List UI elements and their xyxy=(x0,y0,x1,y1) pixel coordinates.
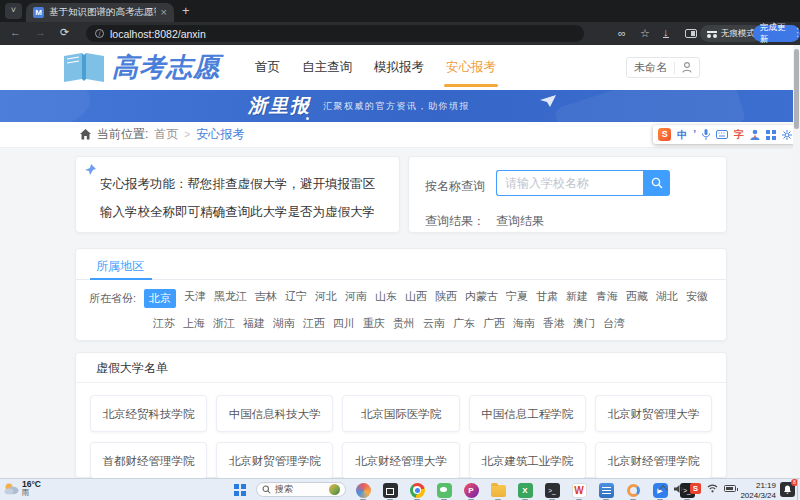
taskbar-clock[interactable]: 21:19 2024/3/24 xyxy=(740,481,776,500)
browser-menu-icon[interactable]: ⋮ xyxy=(792,26,800,39)
province-chip[interactable]: 浙江 xyxy=(213,316,235,331)
nav-item[interactable]: 首页 xyxy=(255,59,280,76)
ide-icon[interactable]: P xyxy=(462,481,480,499)
font-tool-icon[interactable]: 字 xyxy=(734,128,744,142)
province-chip[interactable]: 甘肃 xyxy=(536,289,558,308)
reload-icon[interactable]: ⟳ xyxy=(60,26,69,39)
province-chip[interactable]: 云南 xyxy=(423,316,445,331)
province-chip[interactable]: 河南 xyxy=(345,289,367,308)
province-chip[interactable]: 海南 xyxy=(513,316,535,331)
tab-search-button[interactable]: ˅ xyxy=(5,3,22,19)
province-chip[interactable]: 香港 xyxy=(543,316,565,331)
province-chip[interactable]: 宁夏 xyxy=(506,289,528,308)
province-chip[interactable]: 广东 xyxy=(453,316,475,331)
wifi-icon[interactable] xyxy=(707,484,718,493)
university-item[interactable]: 北京国际医学院 xyxy=(342,395,459,432)
province-chip[interactable]: 澳门 xyxy=(573,316,595,331)
terminal-icon[interactable]: >_ xyxy=(543,481,561,499)
province-chip[interactable]: 陕西 xyxy=(435,289,457,308)
new-tab-button[interactable]: + xyxy=(182,3,190,19)
province-chip[interactable]: 上海 xyxy=(183,316,205,331)
grid-tool-icon[interactable] xyxy=(766,130,776,140)
site-info-icon[interactable]: i xyxy=(95,29,104,38)
province-chip[interactable]: 天津 xyxy=(184,289,206,308)
province-chip[interactable]: 重庆 xyxy=(363,316,385,331)
ime-toolbar[interactable]: S 中 ’ 字 xyxy=(653,125,797,144)
settings-gear-icon[interactable] xyxy=(782,130,792,140)
university-item[interactable]: 北京财贸管理大学 xyxy=(595,395,712,432)
university-item[interactable]: 北京经贸科技学院 xyxy=(90,395,207,432)
page-scrollbar[interactable] xyxy=(793,45,800,478)
province-chip[interactable]: 河北 xyxy=(315,289,337,308)
battery-icon[interactable] xyxy=(724,485,736,492)
province-chip[interactable]: 台湾 xyxy=(603,316,625,331)
banner-pagination-dot[interactable] xyxy=(306,117,309,120)
province-chip[interactable]: 江苏 xyxy=(153,316,175,331)
side-panel-icon[interactable] xyxy=(685,29,697,38)
microphone-icon[interactable] xyxy=(702,129,710,140)
person-tool-icon[interactable] xyxy=(750,129,760,140)
province-chip[interactable]: 广西 xyxy=(483,316,505,331)
province-chip[interactable]: 贵州 xyxy=(393,316,415,331)
speaker-icon[interactable] xyxy=(674,484,684,494)
ring-app-icon[interactable] xyxy=(624,481,642,499)
browser-tab[interactable]: M 基于知识图谱的高考志愿智能推荐系统 × xyxy=(26,3,174,22)
province-chip[interactable]: 山西 xyxy=(405,289,427,308)
xshell-icon[interactable]: X xyxy=(516,481,534,499)
tab-region[interactable]: 所属地区 xyxy=(96,258,144,275)
people-app-icon[interactable] xyxy=(354,481,372,499)
wps-icon[interactable]: W xyxy=(570,481,588,499)
university-item[interactable]: 首都财经管理学院 xyxy=(90,442,207,478)
province-chip[interactable]: 湖北 xyxy=(656,289,678,308)
province-chip[interactable]: 内蒙古 xyxy=(465,289,498,308)
breadcrumb-home-link[interactable]: 首页 xyxy=(154,126,178,143)
province-chip[interactable]: 新建 xyxy=(566,289,588,308)
taskbar-search[interactable]: 搜索 xyxy=(256,482,346,497)
bookmark-star-icon[interactable]: ☆ xyxy=(640,27,650,40)
downloads-icon[interactable]: ↓ xyxy=(663,27,669,38)
gallery-app-icon[interactable] xyxy=(381,481,399,499)
university-item[interactable]: 北京财经管理大学 xyxy=(342,442,459,478)
user-box[interactable]: 未命名 xyxy=(626,57,700,78)
province-chip[interactable]: 福建 xyxy=(243,316,265,331)
ime-mode-icon[interactable]: 中 xyxy=(677,128,687,142)
province-chip[interactable]: 青海 xyxy=(596,289,618,308)
search-button[interactable] xyxy=(643,170,670,196)
province-chip[interactable]: 北京 xyxy=(144,289,176,308)
school-name-input[interactable] xyxy=(496,170,643,196)
address-bar[interactable]: i localhost:8082/anxin xyxy=(86,25,584,42)
scrollbar-thumb[interactable] xyxy=(794,49,799,129)
wechat-icon[interactable] xyxy=(435,481,453,499)
province-chip[interactable]: 四川 xyxy=(333,316,355,331)
chrome-icon[interactable] xyxy=(408,481,426,499)
back-icon[interactable]: ← xyxy=(10,26,21,38)
university-item[interactable]: 中国信息科技大学 xyxy=(216,395,333,432)
nav-item[interactable]: 自主查询 xyxy=(302,59,352,76)
province-chip[interactable]: 吉林 xyxy=(255,289,277,308)
province-chip[interactable]: 西藏 xyxy=(626,289,648,308)
ime-punctuation-icon[interactable]: ’ xyxy=(693,129,696,140)
university-item[interactable]: 北京建筑工业学院 xyxy=(469,442,586,478)
weather-widget[interactable]: 16°C 雨 xyxy=(4,480,41,498)
province-chip[interactable]: 黑龙江 xyxy=(214,289,247,308)
university-item[interactable]: 北京财贸管理学院 xyxy=(216,442,333,478)
tab-close-icon[interactable]: × xyxy=(161,7,167,18)
keyboard-icon[interactable] xyxy=(716,130,728,139)
province-chip[interactable]: 山东 xyxy=(375,289,397,308)
link-icon[interactable]: ∞ xyxy=(618,27,626,39)
file-explorer-icon[interactable] xyxy=(489,481,507,499)
notification-button[interactable]: 8 xyxy=(780,482,795,497)
database-app-icon[interactable] xyxy=(597,481,615,499)
nav-item[interactable]: 模拟报考 xyxy=(374,59,424,76)
province-chip[interactable]: 湖南 xyxy=(273,316,295,331)
province-chip[interactable]: 安徽 xyxy=(686,289,708,308)
sogou-logo-icon[interactable]: S xyxy=(658,128,671,141)
university-item[interactable]: 北京财经管理学院 xyxy=(595,442,712,478)
forward-icon[interactable]: → xyxy=(35,26,46,38)
start-button[interactable] xyxy=(234,484,246,496)
university-item[interactable]: 中国信息工程学院 xyxy=(469,395,586,432)
nav-item[interactable]: 安心报考 xyxy=(446,59,496,76)
sogou-tray-icon[interactable]: S xyxy=(690,483,701,494)
province-chip[interactable]: 江西 xyxy=(303,316,325,331)
province-chip[interactable]: 辽宁 xyxy=(285,289,307,308)
